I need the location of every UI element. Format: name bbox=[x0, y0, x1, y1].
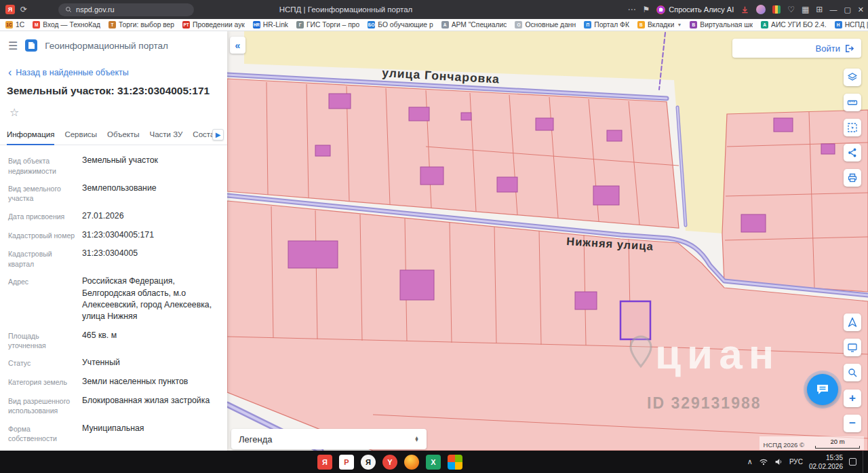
tabs-scroll-right-button[interactable]: ▶ bbox=[212, 129, 224, 140]
layers-icon bbox=[847, 72, 858, 83]
alice-label: Спросить Алису AI bbox=[669, 5, 734, 14]
chat-bubble-icon bbox=[815, 382, 830, 397]
bookmark-item[interactable]: РТПроведении аук bbox=[182, 21, 245, 29]
tab-information[interactable]: Информация bbox=[7, 126, 54, 145]
bookmark-favicon: 1С bbox=[5, 21, 13, 29]
app-icon-excel[interactable]: X bbox=[426, 455, 441, 470]
bookmarks-bar: 1С1С MВход — ТехноКад ТТорги: выбор вер … bbox=[0, 19, 868, 31]
measure-button[interactable] bbox=[844, 94, 861, 111]
app-icon-5[interactable] bbox=[404, 455, 419, 470]
bookmark-item[interactable]: ТТорги: выбор вер bbox=[108, 21, 174, 29]
nspd-logo bbox=[24, 39, 38, 52]
tab-services[interactable]: Сервисы bbox=[64, 126, 97, 145]
taskbar-apps: Я P Я Y X bbox=[317, 451, 462, 473]
bookmark-folder[interactable]: ВВкладки▼ bbox=[637, 21, 682, 29]
collections-icon[interactable]: ▦ bbox=[802, 5, 809, 14]
bookmark-flag-icon[interactable]: ⚑ bbox=[642, 5, 650, 14]
print-button[interactable] bbox=[844, 169, 861, 187]
window-minimize-button[interactable]: — bbox=[829, 5, 837, 14]
back-to-results-link[interactable]: ‹ Назад в найденные объекты bbox=[8, 68, 227, 77]
layers-button[interactable] bbox=[844, 69, 861, 86]
bookmark-item[interactable]: ААРМ "Специалис bbox=[441, 21, 507, 29]
action-center-icon[interactable] bbox=[849, 458, 856, 466]
volume-icon[interactable] bbox=[774, 457, 783, 466]
bookmark-favicon: Т bbox=[108, 21, 116, 29]
tab-objects[interactable]: Объекты bbox=[107, 126, 139, 145]
legend-dropdown[interactable]: Легенда ▲▼ bbox=[231, 429, 427, 449]
parcel-title: Земельный участок: 31:23:0304005:171 bbox=[7, 84, 218, 97]
bookmark-favicon: Н bbox=[835, 21, 842, 29]
menu-icon[interactable]: ☰ bbox=[8, 39, 18, 52]
map-canvas[interactable]: улица Гончаровка Нижняя улица циан ID 32… bbox=[227, 31, 868, 451]
select-area-button[interactable] bbox=[844, 119, 861, 136]
bookmark-favicon: А bbox=[441, 21, 449, 29]
copyright-text: НСПД 2026 © bbox=[764, 441, 804, 449]
object-info-panel: ☰ Геоинформационный портал ‹ Назад в най… bbox=[0, 31, 227, 451]
address-bar[interactable]: nspd.gov.ru bbox=[58, 3, 194, 16]
app-icon-3[interactable]: Я bbox=[361, 455, 376, 470]
magnifier-icon bbox=[847, 367, 858, 378]
clock-date: 02.02.2026 bbox=[809, 462, 843, 471]
bookmark-favicon: А bbox=[761, 21, 768, 29]
extension-icon[interactable] bbox=[772, 5, 781, 14]
clock[interactable]: 15:35 02.02.2026 bbox=[809, 453, 843, 471]
ruler-icon bbox=[847, 97, 858, 108]
bookmark-favicon: БО bbox=[368, 21, 375, 29]
scale-bar: 20 m bbox=[815, 438, 860, 449]
app-icon-office-grid[interactable] bbox=[448, 455, 462, 470]
language-indicator[interactable]: РУС bbox=[789, 458, 803, 466]
bookmark-item[interactable]: ООсновные данн bbox=[515, 21, 576, 29]
screen: Я ⟳ nspd.gov.ru НСПД | Геоинформационный… bbox=[0, 0, 868, 473]
login-button[interactable]: Войти bbox=[732, 39, 861, 58]
bookmark-item[interactable]: БОБО обучающие р bbox=[368, 21, 433, 29]
cadastral-map: улица Гончаровка Нижняя улица bbox=[227, 31, 868, 451]
refresh-icon[interactable]: ⟳ bbox=[20, 5, 27, 14]
attribute-row: Кадастровый квартал31:23:0304005 bbox=[8, 248, 219, 268]
alice-assistant-button[interactable]: Спросить Алису AI bbox=[656, 5, 734, 14]
bookmark-item[interactable]: ННСПД | Геоинфор bbox=[835, 21, 868, 29]
geolocation-button[interactable] bbox=[844, 314, 861, 331]
support-chat-button[interactable] bbox=[807, 374, 838, 405]
browser-logo-icon[interactable]: Я bbox=[5, 5, 15, 14]
app-icon-4[interactable]: Y bbox=[382, 455, 397, 470]
taskbar: Я P Я Y X ∧ РУС 15:35 02.02.2026 bbox=[0, 451, 868, 473]
window-maximize-button[interactable]: ▢ bbox=[844, 5, 850, 14]
search-on-map-button[interactable] bbox=[844, 364, 861, 381]
window-close-button[interactable]: ✕ bbox=[858, 5, 864, 14]
app-icon-2[interactable]: P bbox=[339, 455, 354, 470]
share-button[interactable] bbox=[844, 144, 861, 162]
wifi-icon[interactable] bbox=[759, 457, 768, 466]
app-icon-yandex-browser[interactable]: Я bbox=[317, 455, 332, 470]
bookmark-favicon: HR bbox=[253, 21, 260, 29]
selected-parcel[interactable] bbox=[620, 301, 650, 339]
bookmark-item[interactable]: ААИС УГИ БО 2.4. bbox=[761, 21, 827, 29]
bookmark-favicon: Г bbox=[296, 21, 304, 29]
profile-avatar[interactable] bbox=[756, 5, 766, 14]
bookmark-item[interactable]: ППортал ФК bbox=[584, 21, 629, 29]
favorite-star-icon[interactable]: ☆ bbox=[9, 106, 227, 119]
attribute-row: Дата присвоения27.01.2026 bbox=[8, 210, 219, 222]
zoom-in-button[interactable]: + bbox=[844, 390, 861, 407]
bookmark-item[interactable]: MВход — ТехноКад bbox=[33, 21, 100, 29]
bookmark-item[interactable]: ВВиртуальная шк bbox=[690, 21, 753, 29]
show-desktop-button[interactable] bbox=[863, 451, 865, 473]
bookmark-item[interactable]: HRHR-Link bbox=[253, 21, 288, 29]
attribute-row: СтатусУчтенный bbox=[8, 357, 219, 368]
favorites-icon[interactable]: ♡ bbox=[787, 5, 795, 14]
share-icon bbox=[847, 147, 858, 158]
zoom-out-button[interactable]: − bbox=[844, 415, 861, 432]
attribute-row: Вид земельного участкаЗемлепользование bbox=[8, 183, 219, 203]
screenshot-button[interactable] bbox=[844, 339, 861, 356]
tab-parts[interactable]: Части ЗУ bbox=[150, 126, 183, 145]
apps-grid-icon[interactable]: ⊞ bbox=[816, 5, 823, 14]
more-menu-icon[interactable]: ⋯ bbox=[627, 5, 635, 14]
bookmark-favicon: M bbox=[33, 21, 40, 29]
site-security-icon bbox=[65, 6, 72, 13]
tray-expand-icon[interactable]: ∧ bbox=[747, 458, 753, 466]
downloads-icon[interactable] bbox=[741, 5, 749, 14]
bookmark-item[interactable]: ГГИС Торги – про bbox=[296, 21, 359, 29]
geolocation-icon bbox=[847, 317, 858, 328]
url-text: nspd.gov.ru bbox=[76, 5, 115, 14]
bookmark-item[interactable]: 1С1С bbox=[5, 21, 24, 29]
collapse-panel-button[interactable]: « bbox=[230, 37, 245, 54]
